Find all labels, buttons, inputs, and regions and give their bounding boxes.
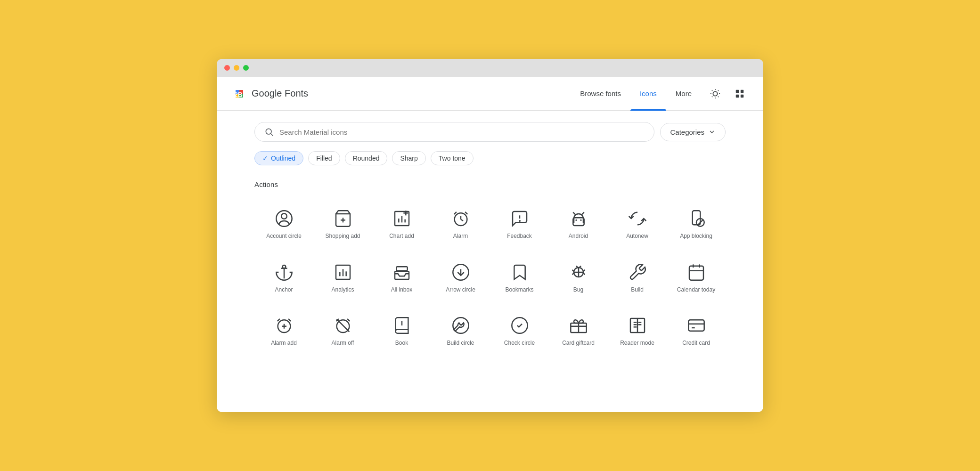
filter-filled-label: Filled (316, 154, 332, 162)
nav-more[interactable]: More (666, 77, 701, 111)
card-giftcard-icon (569, 316, 588, 335)
logo-area[interactable]: 2B Google Fonts (232, 86, 308, 101)
credit-card-label: Credit card (682, 340, 710, 347)
svg-point-18 (281, 213, 287, 219)
svg-line-57 (579, 266, 580, 267)
icon-book[interactable]: Book (372, 307, 431, 357)
alarm-off-icon (334, 316, 352, 335)
svg-line-37 (581, 212, 584, 215)
nav-icons[interactable]: Icons (630, 77, 666, 111)
icon-account-circle[interactable]: Account circle (254, 200, 313, 250)
build-icon (628, 263, 647, 282)
icon-build-circle[interactable]: Build circle (431, 307, 490, 357)
build-label: Build (631, 286, 644, 294)
alarm-icon (451, 209, 470, 228)
chart-add-label: Chart add (389, 233, 414, 240)
filter-chips: ✓ Outlined Filled Rounded Sharp Two tone (254, 151, 726, 165)
filter-outlined-label: Outlined (271, 154, 295, 162)
build-circle-label: Build circle (447, 340, 474, 347)
grid-view-button[interactable] (731, 85, 748, 102)
svg-text:2B: 2B (234, 91, 243, 98)
icon-chart-add[interactable]: Chart add (372, 200, 431, 250)
chevron-down-icon (708, 128, 716, 136)
actions-section: Actions Account circle (254, 180, 726, 357)
alarm-label: Alarm (453, 233, 468, 240)
svg-point-2 (713, 91, 717, 96)
filter-sharp[interactable]: Sharp (392, 151, 425, 165)
feedback-label: Feedback (507, 233, 532, 240)
categories-dropdown[interactable]: Categories (660, 123, 726, 141)
filter-two-tone-label: Two tone (439, 154, 466, 162)
icon-check-circle[interactable]: Check circle (490, 307, 549, 357)
search-box[interactable] (254, 122, 654, 142)
check-icon: ✓ (262, 154, 268, 162)
svg-line-31 (454, 212, 456, 214)
card-giftcard-label: Card giftcard (562, 340, 595, 347)
filter-rounded-label: Rounded (353, 154, 380, 162)
icon-alarm[interactable]: Alarm (431, 200, 490, 250)
icon-arrow-circle[interactable]: Arrow circle (431, 253, 490, 303)
icon-credit-card[interactable]: Credit card (667, 307, 726, 357)
icon-all-inbox[interactable]: All inbox (372, 253, 431, 303)
svg-line-65 (277, 319, 279, 321)
arrow-circle-label: Arrow circle (446, 286, 475, 294)
svg-rect-14 (741, 94, 743, 97)
search-input[interactable] (279, 128, 645, 136)
theme-toggle-button[interactable] (707, 85, 724, 102)
svg-rect-12 (741, 89, 743, 92)
icon-alarm-off[interactable]: Alarm off (313, 307, 372, 357)
all-inbox-label: All inbox (391, 286, 412, 294)
svg-line-9 (712, 96, 712, 97)
icon-app-blocking[interactable]: App blocking (667, 200, 726, 250)
analytics-icon (334, 263, 352, 282)
svg-point-38 (575, 219, 577, 221)
calendar-today-icon (687, 263, 706, 282)
filter-rounded[interactable]: Rounded (345, 151, 388, 165)
alarm-add-label: Alarm add (271, 340, 297, 347)
icon-bug[interactable]: Bug (549, 253, 608, 303)
filter-filled[interactable]: Filled (308, 151, 340, 165)
icon-bookmarks[interactable]: Bookmarks (490, 253, 549, 303)
book-icon (392, 316, 411, 335)
filter-outlined[interactable]: ✓ Outlined (254, 151, 303, 165)
icon-anchor[interactable]: Anchor (254, 253, 313, 303)
icon-calendar-today[interactable]: Calendar today (667, 253, 726, 303)
arrow-circle-icon (451, 263, 470, 282)
account-circle-icon (275, 209, 294, 228)
header: 2B Google Fonts Browse fonts Icons More (217, 77, 763, 111)
icon-feedback[interactable]: Feedback (490, 200, 549, 250)
google-logo-icon: 2B (232, 86, 247, 101)
main-nav: Browse fonts Icons More (571, 77, 701, 111)
svg-rect-83 (688, 320, 704, 331)
nav-browse-fonts[interactable]: Browse fonts (571, 77, 630, 111)
icon-reader-mode[interactable]: Reader mode (608, 307, 667, 357)
main-content: Categories ✓ Outlined Filled Rounded (217, 111, 763, 372)
svg-line-56 (576, 266, 578, 267)
reader-mode-label: Reader mode (620, 340, 654, 347)
browser-close-dot[interactable] (224, 65, 230, 71)
analytics-label: Analytics (331, 286, 354, 294)
icon-shopping-add[interactable]: Shopping add (313, 200, 372, 250)
icon-alarm-add[interactable]: Alarm add (254, 307, 313, 357)
svg-rect-11 (736, 89, 739, 92)
build-circle-icon (451, 316, 470, 335)
browser-minimize-dot[interactable] (234, 65, 239, 71)
calendar-today-label: Calendar today (677, 286, 715, 294)
shopping-add-icon (334, 209, 352, 228)
icon-analytics[interactable]: Analytics (313, 253, 372, 303)
svg-line-36 (573, 212, 575, 215)
grid-icon (735, 89, 745, 99)
icon-row-2: Anchor Analytics (254, 253, 726, 303)
icon-autonew[interactable]: Autonew (608, 200, 667, 250)
reader-mode-icon (628, 316, 647, 335)
svg-point-39 (580, 219, 581, 221)
credit-card-icon (687, 316, 706, 335)
bug-label: Bug (573, 286, 583, 294)
logo-text: Google Fonts (252, 88, 308, 99)
icon-card-giftcard[interactable]: Card giftcard (549, 307, 608, 357)
account-circle-label: Account circle (266, 233, 302, 240)
filter-two-tone[interactable]: Two tone (431, 151, 474, 165)
browser-maximize-dot[interactable] (243, 65, 249, 71)
icon-build[interactable]: Build (608, 253, 667, 303)
icon-android[interactable]: Android (549, 200, 608, 250)
